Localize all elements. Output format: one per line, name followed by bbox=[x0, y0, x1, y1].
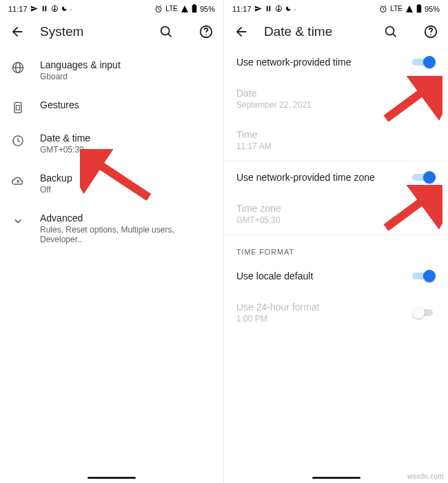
send-icon bbox=[254, 5, 262, 12]
status-battery: 95% bbox=[200, 5, 215, 13]
battery-icon bbox=[416, 4, 422, 13]
date-time-list: Use network-provided time Date September… bbox=[224, 46, 448, 333]
languages-input-item[interactable]: Languages & input Gboard bbox=[0, 50, 223, 90]
page-title: System bbox=[40, 24, 143, 39]
svg-line-26 bbox=[393, 34, 396, 37]
moon-icon bbox=[285, 6, 292, 12]
time-row: Time 11:17 AM bbox=[224, 119, 448, 161]
status-clock: 11:17 bbox=[8, 5, 28, 13]
help-button[interactable] bbox=[423, 24, 438, 39]
row-title: Use 24-hour format bbox=[236, 302, 404, 313]
pause-icon bbox=[41, 5, 48, 12]
send-icon bbox=[30, 5, 38, 12]
row-sub: 1:00 PM bbox=[236, 314, 404, 324]
item-title: Gestures bbox=[40, 99, 212, 110]
date-time-item[interactable]: Date & time GMT+05:30 bbox=[0, 124, 223, 164]
svg-point-25 bbox=[386, 27, 394, 35]
pause-icon bbox=[265, 5, 272, 12]
advanced-item[interactable]: Advanced Rules, Reset options, Multiple … bbox=[0, 204, 223, 253]
appbar: Date & time bbox=[224, 16, 448, 46]
peace-icon bbox=[275, 5, 283, 12]
row-title: Use locale default bbox=[236, 270, 404, 282]
signal-icon bbox=[405, 5, 414, 13]
item-sub: Rules, Reset options, Multiple users, De… bbox=[40, 225, 212, 244]
svg-point-28 bbox=[430, 34, 431, 36]
row-sub: GMT+05:30 bbox=[236, 215, 436, 225]
svg-line-3 bbox=[54, 9, 57, 11]
svg-rect-23 bbox=[417, 5, 422, 12]
status-network: LTE bbox=[390, 5, 403, 12]
search-button[interactable] bbox=[159, 24, 174, 39]
settings-list: Languages & input Gboard Gestures Date &… bbox=[0, 46, 223, 257]
row-title: Use network-provided time bbox=[236, 57, 404, 68]
network-timezone-toggle[interactable] bbox=[412, 171, 436, 184]
item-title: Advanced bbox=[40, 213, 212, 224]
status-battery: 95% bbox=[425, 5, 440, 13]
watermark: wsxdn.com bbox=[407, 473, 444, 480]
alarm-icon bbox=[154, 5, 163, 13]
battery-icon bbox=[192, 4, 197, 13]
network-timezone-row[interactable]: Use network-provided time zone bbox=[224, 161, 448, 193]
locale-default-row[interactable]: Use locale default bbox=[224, 260, 448, 292]
gestures-icon bbox=[11, 99, 25, 115]
help-button[interactable] bbox=[198, 24, 214, 39]
item-title: Date & time bbox=[40, 132, 212, 144]
clock-icon bbox=[11, 132, 25, 148]
svg-rect-14 bbox=[14, 103, 21, 113]
row-title: Use network-provided time zone bbox=[236, 172, 404, 183]
appbar: System bbox=[0, 16, 223, 46]
network-time-row[interactable]: Use network-provided time bbox=[224, 46, 448, 78]
page-title: Date & time bbox=[264, 24, 368, 39]
status-bar: 11:17 · LTE 95% bbox=[0, 0, 223, 16]
back-button[interactable] bbox=[10, 24, 25, 39]
status-clock: 11:17 bbox=[232, 5, 252, 13]
moon-icon bbox=[61, 6, 68, 12]
backup-item[interactable]: Backup Off bbox=[0, 164, 223, 204]
row-title: Date bbox=[236, 88, 436, 99]
peace-icon bbox=[51, 5, 59, 12]
date-time-screen: 11:17 · LTE 95% Date & time bbox=[224, 0, 448, 483]
svg-point-10 bbox=[205, 34, 207, 36]
svg-point-7 bbox=[161, 27, 170, 35]
item-title: Backup bbox=[40, 172, 212, 184]
status-bar: 11:17 · LTE 95% bbox=[224, 0, 448, 16]
alarm-icon bbox=[379, 5, 387, 13]
dot-icon: · bbox=[294, 5, 296, 13]
date-row: Date September 22, 2021 bbox=[224, 78, 448, 119]
back-button[interactable] bbox=[234, 24, 249, 39]
status-network: LTE bbox=[165, 5, 178, 12]
system-settings-screen: 11:17 · LTE 95% System bbox=[0, 0, 224, 483]
chevron-down-icon bbox=[11, 213, 25, 228]
timezone-row: Time zone GMT+05:30 bbox=[224, 193, 448, 235]
svg-line-21 bbox=[278, 9, 281, 11]
item-sub: Off bbox=[40, 185, 212, 195]
globe-icon bbox=[11, 59, 25, 75]
signal-icon bbox=[181, 5, 189, 13]
item-sub: Gboard bbox=[40, 72, 212, 81]
use-24hour-toggle bbox=[412, 306, 436, 319]
locale-default-toggle[interactable] bbox=[412, 270, 436, 282]
cloud-upload-icon bbox=[11, 172, 25, 188]
row-sub: September 22, 2021 bbox=[236, 100, 436, 110]
item-sub: GMT+05:30 bbox=[40, 145, 212, 155]
row-title: Time zone bbox=[236, 203, 436, 214]
item-title: Languages & input bbox=[40, 59, 212, 70]
row-title: Time bbox=[236, 129, 436, 140]
svg-line-20 bbox=[276, 9, 278, 11]
home-indicator[interactable] bbox=[88, 477, 136, 479]
svg-rect-6 bbox=[194, 4, 196, 5]
dot-icon: · bbox=[70, 5, 72, 13]
section-header: TIME FORMAT bbox=[224, 235, 448, 260]
svg-line-8 bbox=[168, 34, 171, 37]
svg-line-2 bbox=[52, 9, 54, 11]
svg-rect-15 bbox=[17, 106, 20, 110]
use-24hour-row: Use 24-hour format 1:00 PM bbox=[224, 292, 448, 333]
svg-rect-5 bbox=[192, 5, 197, 12]
search-button[interactable] bbox=[383, 24, 398, 39]
row-sub: 11:17 AM bbox=[236, 141, 436, 151]
network-time-toggle[interactable] bbox=[412, 56, 436, 68]
svg-rect-24 bbox=[418, 4, 420, 5]
home-indicator[interactable] bbox=[312, 477, 360, 479]
gestures-item[interactable]: Gestures bbox=[0, 90, 223, 124]
